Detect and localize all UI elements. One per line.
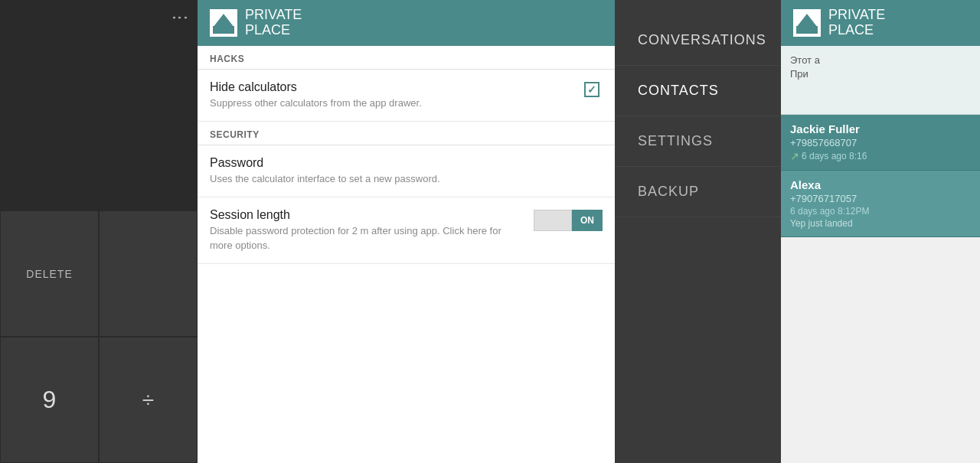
chat-preview[interactable]: Этот а При xyxy=(781,46,980,115)
hide-calculators-title: Hide calculators xyxy=(210,80,575,94)
password-desc: Uses the calculator interface to set a n… xyxy=(210,172,593,186)
contacts-header: PRIVATE PLACE xyxy=(781,0,980,46)
hide-calculators-setting[interactable]: Hide calculators Suppress other calculat… xyxy=(198,70,615,122)
security-section-header: SECURITY xyxy=(198,122,615,145)
contacts-content: Этот а При Jackie Fuller +79857668707 ↗ … xyxy=(781,46,980,463)
settings-content: HACKS Hide calculators Suppress other ca… xyxy=(198,46,615,463)
divide-key[interactable]: ÷ xyxy=(99,337,198,463)
toggle-on-side: ON xyxy=(572,210,603,231)
hide-calculators-text: Hide calculators Suppress other calculat… xyxy=(210,80,575,110)
nine-key[interactable]: 9 xyxy=(0,337,99,463)
session-length-text: Session length Disable password protecti… xyxy=(210,208,524,252)
calculator-panel: ⋮ DELETE 9 ÷ xyxy=(0,0,198,463)
empty-key xyxy=(99,210,198,337)
calculator-keys: DELETE 9 ÷ xyxy=(0,210,198,463)
contact-name-jackie: Jackie Fuller xyxy=(790,122,971,135)
contact-phone-jackie: +79857668707 xyxy=(790,137,971,148)
nav-menu-panel: CONVERSATIONS CONTACTS SETTINGS BACKUP xyxy=(615,0,781,463)
password-setting[interactable]: Password Uses the calculator interface t… xyxy=(198,145,615,197)
checkbox-box[interactable]: ✓ xyxy=(584,82,599,97)
chat-preview-text: Этот а При xyxy=(790,54,971,81)
contact-meta-jackie: ↗ 6 days ago 8:16 xyxy=(790,150,971,162)
session-length-desc: Disable password protection for 2 m afte… xyxy=(210,224,524,252)
contacts-app-title: PRIVATE PLACE xyxy=(828,8,885,38)
contact-last-msg-alexa: Yep just landed xyxy=(790,218,971,229)
hide-calculators-desc: Suppress other calculators from the app … xyxy=(210,96,575,110)
app-logo xyxy=(210,9,237,37)
nav-item-backup[interactable]: BACKUP xyxy=(615,167,781,217)
session-toggle[interactable]: ON xyxy=(534,210,603,231)
nav-item-conversations[interactable]: CONVERSATIONS xyxy=(615,15,781,66)
contact-phone-alexa: +79076717057 xyxy=(790,193,971,204)
contacts-panel: PRIVATE PLACE Этот а При Jackie Fuller +… xyxy=(781,0,980,463)
contacts-app-logo xyxy=(793,9,821,37)
calculator-top: ⋮ xyxy=(0,0,198,210)
session-length-setting[interactable]: Session length Disable password protecti… xyxy=(198,197,615,263)
app-title: PRIVATE PLACE xyxy=(245,8,302,38)
settings-header: PRIVATE PLACE xyxy=(198,0,615,46)
menu-dots-icon[interactable]: ⋮ xyxy=(172,9,188,28)
contact-meta-alexa: 6 days ago 8:12PM xyxy=(790,206,971,217)
settings-panel: PRIVATE PLACE HACKS Hide calculators Sup… xyxy=(198,0,615,463)
session-length-title: Session length xyxy=(210,208,524,222)
outgoing-arrow-icon: ↗ xyxy=(790,150,799,162)
contact-name-alexa: Alexa xyxy=(790,178,971,191)
hacks-section-header: HACKS xyxy=(198,46,615,70)
toggle-off-side xyxy=(534,210,572,231)
nav-item-settings[interactable]: SETTINGS xyxy=(615,116,781,167)
password-text: Password Uses the calculator interface t… xyxy=(210,156,593,186)
delete-key[interactable]: DELETE xyxy=(0,210,99,337)
hide-calculators-checkbox[interactable]: ✓ xyxy=(584,82,603,100)
contact-card-alexa[interactable]: Alexa +79076717057 6 days ago 8:12PM Yep… xyxy=(781,171,980,237)
contact-card-jackie[interactable]: Jackie Fuller +79857668707 ↗ 6 days ago … xyxy=(781,115,980,171)
toggle-on-label: ON xyxy=(580,215,594,226)
checkmark-icon: ✓ xyxy=(587,83,596,96)
nav-item-contacts[interactable]: CONTACTS xyxy=(615,66,781,116)
password-title: Password xyxy=(210,156,593,170)
